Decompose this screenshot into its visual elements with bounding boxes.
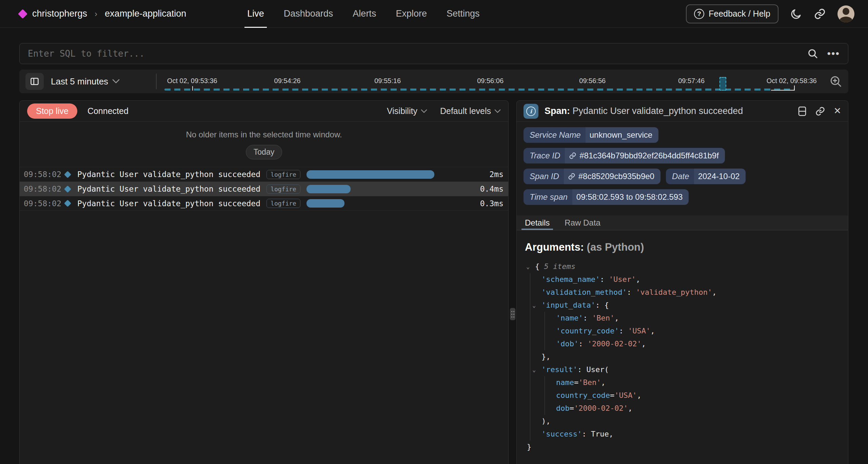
no-older-items-message: No older items in the selected time wind… (20, 130, 508, 139)
code-line: 'country_code': 'USA', (556, 325, 840, 337)
code-token-plain: , (650, 327, 655, 335)
default-levels-label: Default levels (440, 106, 491, 116)
log-timestamp: 09:58:02 (24, 170, 65, 179)
nav-tab-settings[interactable]: Settings (447, 0, 480, 28)
logfire-tag-badge[interactable]: logfire (267, 185, 300, 194)
attribute-pill-span-id[interactable]: Span ID#8c85209cb935b9e0 (524, 169, 660, 184)
code-token-plain: , (636, 275, 640, 284)
code-token-plain: }, (541, 352, 551, 361)
code-token-key: 'success' (541, 430, 582, 438)
log-row[interactable]: 09:58:02Pydantic User validate_python su… (20, 181, 508, 196)
code-token-plain: , (614, 314, 619, 322)
duration-bar-track (307, 170, 465, 179)
panel-splitter (509, 100, 516, 464)
timeline-activity-dashes (164, 89, 795, 91)
detail-tab-raw-data[interactable]: Raw Data (565, 215, 600, 230)
log-row[interactable]: 09:58:02Pydantic User validate_python su… (20, 196, 508, 211)
feedback-help-label: Feedback / Help (709, 9, 770, 19)
code-token-key: 'name' (556, 314, 583, 322)
timeline-bar[interactable]: Last 5 minutes Oct 02, 09:53:3609:54:260… (19, 70, 848, 93)
nav-tab-explore[interactable]: Explore (396, 0, 427, 28)
code-line: ⌄'input_data': { (541, 299, 840, 312)
code-line: 'name': 'Ben', (556, 312, 840, 325)
timeline-activity-spike (719, 77, 726, 91)
pill-label: Date (666, 169, 694, 184)
logfire-tag-badge[interactable]: logfire (267, 199, 300, 208)
today-pill[interactable]: Today (246, 145, 282, 159)
splitter-grip-handle[interactable] (510, 308, 515, 320)
collapse-caret-icon[interactable]: ⌄ (532, 299, 536, 312)
code-token-key: 'dob' (556, 340, 578, 348)
code-token-plain: : (578, 340, 588, 348)
chevron-down-icon (421, 109, 427, 113)
stop-live-button[interactable]: Stop live (27, 103, 77, 119)
arguments-heading-main: Arguments: (525, 241, 584, 253)
collapse-caret-icon[interactable]: ⌄ (526, 260, 530, 273)
close-panel-icon[interactable]: ✕ (833, 107, 841, 116)
pill-label: Service Name (524, 127, 586, 143)
chevron-down-icon (494, 109, 501, 113)
code-line: } (527, 441, 840, 453)
nav-tabs: LiveDashboardsAlertsExploreSettings (247, 0, 479, 28)
timeline-tick-label: 09:55:16 (374, 77, 401, 85)
pill-value: unknown_service (586, 127, 658, 143)
share-link-icon[interactable] (814, 8, 826, 20)
code-block: 'schema_name': 'User','validation_method… (530, 273, 840, 441)
duration-value: 2ms (471, 170, 504, 179)
code-line: country_code='USA', (556, 389, 840, 402)
timeline-tick-label: Oct 02, 09:53:36 (167, 77, 217, 85)
attribute-pill-date: Date2024-10-02 (666, 169, 746, 184)
code-token-plain: , (637, 391, 641, 400)
user-avatar[interactable] (837, 5, 854, 22)
code-line: 'validation_method': 'validate_python', (541, 286, 840, 299)
dark-mode-moon-icon[interactable] (790, 8, 802, 20)
time-range-dropdown[interactable]: Last 5 minutes (51, 70, 120, 93)
duration-bar-track (307, 185, 465, 193)
code-token-plain: : True, (582, 430, 613, 438)
span-diamond-icon (64, 185, 71, 192)
log-message: Pydantic User validate_python succeeded (77, 185, 260, 193)
log-message: Pydantic User validate_python succeeded (77, 199, 260, 208)
breadcrumb-project[interactable]: example-application (105, 8, 186, 19)
nav-tab-live[interactable]: Live (247, 0, 264, 28)
logfire-logo-icon[interactable] (18, 9, 27, 18)
split-view-icon[interactable] (797, 106, 807, 116)
timeline-zoom-in-icon[interactable] (829, 75, 842, 88)
sidebar-toggle-button[interactable] (25, 73, 44, 90)
code-token-plain: : User( (577, 365, 609, 374)
logfire-tag-badge[interactable]: logfire (267, 170, 300, 179)
log-row[interactable]: 09:58:02Pydantic User validate_python su… (20, 167, 508, 181)
code-token-plain: = (570, 404, 574, 412)
nav-tab-dashboards[interactable]: Dashboards (284, 0, 333, 28)
feedback-help-button[interactable]: ? Feedback / Help (686, 4, 778, 23)
arguments-heading-suffix: (as Python) (587, 241, 644, 253)
code-token-str: 'USA' (628, 327, 650, 335)
duration-bar (307, 170, 435, 179)
pill-value: 2024-10-02 (694, 169, 746, 184)
default-levels-dropdown[interactable]: Default levels (440, 106, 501, 116)
duration-bar (307, 185, 351, 193)
detail-tab-details[interactable]: Details (525, 215, 550, 230)
code-token-plain: : (619, 327, 628, 335)
copy-link-icon[interactable] (815, 106, 825, 116)
code-token-plain: = (610, 391, 614, 400)
code-token-str: 'Ben' (578, 378, 601, 387)
collapse-caret-icon[interactable]: ⌄ (532, 363, 536, 376)
nav-actions: ? Feedback / Help (686, 4, 854, 23)
attribute-pill-trace-id[interactable]: Trace ID#81c364b79bbd92ef26b4dd5ff4c81b9… (524, 148, 725, 163)
code-token-str: 'USA' (614, 391, 637, 400)
main-content: Stop live Connected Visibility Default l… (19, 100, 848, 464)
duration-value: 0.3ms (471, 199, 504, 208)
live-log-header: Stop live Connected Visibility Default l… (20, 101, 508, 122)
code-token-str: 'User' (609, 275, 636, 284)
log-message: Pydantic User validate_python succeeded (77, 170, 260, 179)
breadcrumb-org[interactable]: christophergs (32, 8, 87, 19)
nav-tab-alerts[interactable]: Alerts (353, 0, 376, 28)
timeline-track[interactable]: Oct 02, 09:53:3609:54:2609:55:1609:56:06… (164, 70, 795, 93)
visibility-dropdown[interactable]: Visibility (387, 106, 427, 116)
timeline-range-start-mark (192, 86, 193, 91)
sql-filter-input[interactable] (28, 49, 807, 59)
span-badges: Service Nameunknown_serviceTrace ID#81c3… (517, 122, 848, 211)
breadcrumb: christophergs › example-application (19, 8, 186, 19)
search-icon[interactable] (807, 48, 818, 59)
